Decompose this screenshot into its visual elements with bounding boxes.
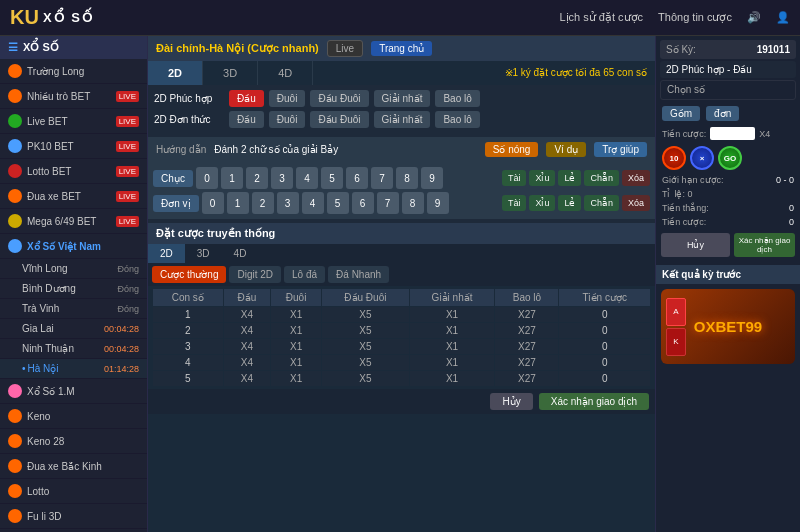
sidebar-item-tra-vinh[interactable]: Trà Vinh Đóng (0, 299, 147, 319)
donvi-4[interactable]: 4 (302, 192, 324, 214)
chuc-1[interactable]: 1 (221, 167, 243, 189)
donvi-3[interactable]: 3 (277, 192, 299, 214)
volume-icon[interactable]: 🔊 (747, 11, 761, 24)
chuc-xiu[interactable]: Xỉu (529, 170, 555, 186)
tab-2d[interactable]: 2D (148, 61, 203, 85)
trad-tab-2d[interactable]: 2D (148, 244, 185, 263)
header-nav: Lịch sử đặt cược Thông tin cược 🔊 👤 (560, 11, 791, 24)
sidebar-item-lotto[interactable]: Lotto BET LIVE (0, 159, 147, 184)
cell-num: 1 (153, 307, 224, 323)
btn-baolo-2[interactable]: Bao lô (435, 111, 479, 128)
sub-tab-lo-da[interactable]: Lô đá (284, 266, 325, 283)
sidebar-item-keno[interactable]: Keno (0, 404, 147, 429)
tab-4d[interactable]: 4D (258, 61, 313, 85)
sidebar-item-truong-long[interactable]: Trường Long (0, 59, 147, 84)
vi-du-button[interactable]: Ví dụ (546, 142, 586, 157)
sidebar-item-gia-lai[interactable]: Gia Lai 00:04:28 (0, 319, 147, 339)
chuc-tai[interactable]: Tài (502, 170, 527, 186)
btn-duoi-1[interactable]: Đuôi (269, 90, 306, 107)
chuc-7[interactable]: 7 (371, 167, 393, 189)
home-button[interactable]: Trang chủ (371, 41, 432, 56)
chon-so-display: Chọn số (660, 80, 796, 100)
sidebar-item-mega[interactable]: Mega 6/49 BET LIVE (0, 209, 147, 234)
cell-baolo: X27 (495, 355, 559, 371)
sidebar-item-vinh-long[interactable]: Vĩnh Long Đóng (0, 259, 147, 279)
chuc-3[interactable]: 3 (271, 167, 293, 189)
donvi-xoa[interactable]: Xóa (622, 195, 650, 211)
don-button[interactable]: đơn (706, 106, 739, 121)
btn-dau-1[interactable]: Đầu (229, 90, 264, 107)
trad-tab-3d[interactable]: 3D (185, 244, 222, 263)
chip-green[interactable]: GO (718, 146, 742, 170)
chuc-4[interactable]: 4 (296, 167, 318, 189)
sub-tab-da-nhanh[interactable]: Đá Nhanh (328, 266, 389, 283)
sidebar-item-binh-duong[interactable]: Bình Dương Đóng (0, 279, 147, 299)
sidebar-item-ninh-thuan[interactable]: Ninh Thuận 00:04:28 (0, 339, 147, 359)
sidebar-item-xo-so-1m[interactable]: Xổ Số 1.M (0, 379, 147, 404)
btn-duoi-2[interactable]: Đuôi (269, 111, 306, 128)
sidebar-item-lotto2[interactable]: Lotto (0, 479, 147, 504)
sidebar-item-ha-noi[interactable]: • Hà Nội 01:14:28 (0, 359, 147, 379)
donvi-1[interactable]: 1 (227, 192, 249, 214)
donvi-7[interactable]: 7 (377, 192, 399, 214)
chip-100[interactable]: × (690, 146, 714, 170)
sidebar-item-pk10[interactable]: PK10 BET LIVE (0, 134, 147, 159)
right-panel-btns: Hủy Xác nhận giao dịch (656, 229, 800, 261)
sidebar-item-dua-xe[interactable]: Đua xe BET LIVE (0, 184, 147, 209)
tab-3d[interactable]: 3D (203, 61, 258, 85)
cell-tien: 0 (559, 355, 651, 371)
sidebar-item-keno28[interactable]: Keno 28 (0, 429, 147, 454)
cell-tien: 0 (559, 339, 651, 355)
live-button[interactable]: Live (327, 40, 363, 57)
xac-nhan-button[interactable]: Xác nhận giao dịch (539, 393, 649, 410)
right-huy-button[interactable]: Hủy (661, 233, 730, 257)
btn-daudui-1[interactable]: Đầu Đuôi (310, 90, 368, 107)
chuc-9[interactable]: 9 (421, 167, 443, 189)
btn-baolo-1[interactable]: Bao lô (435, 90, 479, 107)
nav-thong-tin[interactable]: Thông tin cược (658, 11, 732, 24)
sub-tab-cuoc-thuong[interactable]: Cược thường (152, 266, 226, 283)
promo-box[interactable]: A K OXBET99 (661, 289, 795, 364)
btn-giainhst-1[interactable]: Giải nhất (374, 90, 431, 107)
tro-giup-button[interactable]: Trợ giúp (594, 142, 647, 157)
donvi-8[interactable]: 8 (402, 192, 424, 214)
tien-cuoc-input[interactable] (710, 127, 755, 140)
donvi-tai[interactable]: Tài (502, 195, 527, 211)
cell-duoi: X1 (271, 371, 322, 387)
nav-lich-su[interactable]: Lịch sử đặt cược (560, 11, 644, 24)
sub-tab-digit2d[interactable]: Digit 2D (229, 266, 281, 283)
chuc-chan[interactable]: Chẵn (584, 170, 619, 186)
so-nong-button[interactable]: Số nóng (485, 142, 539, 157)
donvi-2[interactable]: 2 (252, 192, 274, 214)
donvi-5[interactable]: 5 (327, 192, 349, 214)
chuc-6[interactable]: 6 (346, 167, 368, 189)
sidebar-item-live-bet[interactable]: Live BET LIVE (0, 109, 147, 134)
donvi-xiu[interactable]: Xỉu (529, 195, 555, 211)
sidebar-item-nhieu-tro[interactable]: Nhiều trò BET LIVE (0, 84, 147, 109)
donvi-9[interactable]: 9 (427, 192, 449, 214)
btn-dau-2[interactable]: Đầu (229, 111, 264, 128)
right-xacnhan-button[interactable]: Xác nhận giao dịch (734, 233, 795, 257)
user-icon[interactable]: 👤 (776, 11, 790, 24)
gom-button[interactable]: Gồm (662, 106, 700, 121)
trad-tab-4d[interactable]: 4D (222, 244, 259, 263)
site-name: XỔ SỐ (43, 10, 94, 25)
chuc-le[interactable]: Lẻ (558, 170, 581, 186)
huy-button[interactable]: Hủy (490, 393, 532, 410)
chuc-2[interactable]: 2 (246, 167, 268, 189)
sidebar-item-xo-so-vn[interactable]: Xổ Số Việt Nam (0, 234, 147, 259)
chip-10[interactable]: 10 (662, 146, 686, 170)
dot-nhieu-tro (8, 89, 22, 103)
chuc-8[interactable]: 8 (396, 167, 418, 189)
btn-daudui-2[interactable]: Đầu Đuôi (310, 111, 368, 128)
sidebar-item-fuli3d[interactable]: Fu li 3D (0, 504, 147, 529)
donvi-0[interactable]: 0 (202, 192, 224, 214)
donvi-le[interactable]: Lẻ (558, 195, 581, 211)
chuc-5[interactable]: 5 (321, 167, 343, 189)
donvi-6[interactable]: 6 (352, 192, 374, 214)
chuc-xoa[interactable]: Xóa (622, 170, 650, 186)
btn-giainhst-2[interactable]: Giải nhất (374, 111, 431, 128)
sidebar-item-dua-xe-bk[interactable]: Đua xe Bắc Kinh (0, 454, 147, 479)
donvi-chan[interactable]: Chẵn (584, 195, 619, 211)
chuc-0[interactable]: 0 (196, 167, 218, 189)
